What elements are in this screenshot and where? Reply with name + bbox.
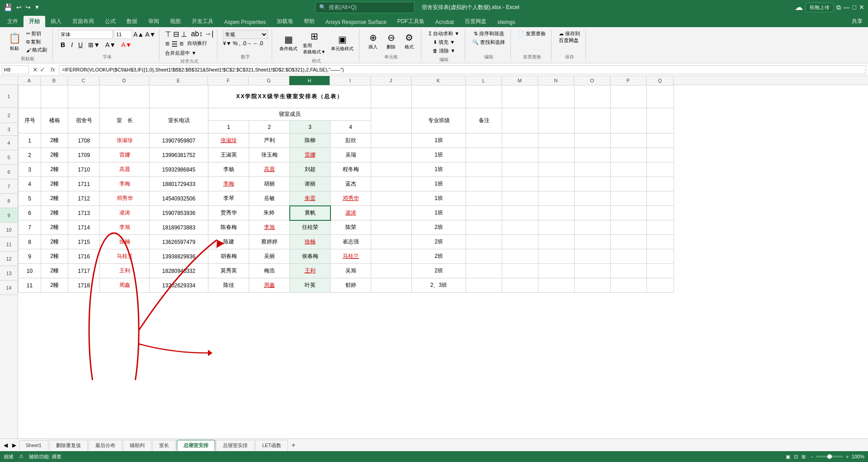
cell-h8[interactable]: 朱雷	[290, 191, 330, 206]
col-header-n[interactable]: N	[538, 76, 574, 85]
cell-q7[interactable]	[647, 177, 674, 191]
fill-button[interactable]: ⬇ 填充 ▼	[431, 38, 457, 46]
restore-icon[interactable]: ⧉	[836, 4, 841, 11]
comma-btn[interactable]: ,	[239, 40, 241, 47]
cell-d12[interactable]: 马桂兰	[100, 249, 150, 264]
cell-a9[interactable]: 6	[19, 206, 41, 220]
cell-i3[interactable]: 4	[330, 121, 371, 133]
cell-k13[interactable]: 2班	[412, 264, 466, 278]
tab-nav-right[interactable]: ▶	[10, 442, 18, 448]
cell-j10[interactable]	[371, 220, 412, 235]
col-header-h[interactable]: H	[289, 76, 330, 85]
border-button[interactable]: ⊞▼	[86, 41, 102, 49]
cell-p14[interactable]	[611, 278, 647, 293]
row-num-6[interactable]: 6	[0, 165, 18, 179]
cell-k10[interactable]: 2班	[412, 220, 466, 235]
cell-n8[interactable]	[538, 191, 575, 206]
add-sheet-button[interactable]: +	[289, 441, 298, 450]
cell-j5[interactable]	[371, 148, 412, 162]
cell-c2[interactable]: 宿舍号	[68, 108, 100, 133]
cell-c5[interactable]: 1709	[68, 148, 100, 162]
save-to-cloud-button[interactable]: ☁ 保存到百度网盘	[557, 30, 582, 44]
cell-a7[interactable]: 4	[19, 177, 41, 191]
cell-a4[interactable]: 1	[19, 133, 41, 148]
save-icon[interactable]: 💾	[4, 3, 13, 12]
cell-h3[interactable]: 3	[290, 121, 330, 133]
col-header-i[interactable]: I	[330, 76, 371, 85]
cell-c1[interactable]	[68, 86, 100, 108]
wrap-text-btn[interactable]: 自动换行	[187, 40, 207, 48]
cell-l10[interactable]	[466, 220, 502, 235]
cell-e7[interactable]: 18801729433	[150, 177, 208, 191]
cell-c13[interactable]: 1717	[68, 264, 100, 278]
undo-icon[interactable]: ↩	[16, 4, 22, 11]
cell-o7[interactable]	[575, 177, 611, 191]
cell-g9[interactable]: 朱帅	[249, 206, 290, 220]
cell-m11[interactable]	[502, 235, 538, 249]
cell-l9[interactable]	[466, 206, 502, 220]
cell-n4[interactable]	[538, 133, 575, 148]
cell-b7[interactable]: 2幢	[41, 177, 68, 191]
cell-j13[interactable]	[371, 264, 412, 278]
cell-d9[interactable]: 凌涛	[100, 206, 150, 220]
cell-e10[interactable]: 18189673883	[150, 220, 208, 235]
cell-m1[interactable]	[502, 86, 538, 108]
cell-f14[interactable]: 陈佳	[208, 278, 249, 293]
cell-c7[interactable]: 1711	[68, 177, 100, 191]
bold-button[interactable]: B	[58, 40, 67, 49]
cell-p4[interactable]	[611, 133, 647, 148]
cell-c4[interactable]: 1708	[68, 133, 100, 148]
cell-h7[interactable]: 谢丽	[290, 177, 330, 191]
cell-q2[interactable]	[647, 108, 674, 133]
cell-h12[interactable]: 侯春梅	[290, 249, 330, 264]
cell-h10[interactable]: 任桂荣	[290, 220, 330, 235]
col-header-b[interactable]: B	[41, 76, 68, 85]
cell-g4[interactable]: 严利	[249, 133, 290, 148]
cell-f12[interactable]: 胡春梅	[208, 249, 249, 264]
minimize-icon[interactable]: —	[844, 4, 850, 11]
cell-m4[interactable]	[502, 133, 538, 148]
cell-m12[interactable]	[502, 249, 538, 264]
format-cells-button[interactable]: ⚙ 格式	[401, 31, 417, 51]
sheet-tab-delete-dup[interactable]: 删除重复值	[49, 440, 88, 451]
merge-btn[interactable]: 合并后居中 ▼	[165, 50, 196, 56]
cell-f9[interactable]: 贾秀华	[208, 206, 249, 220]
cell-i7[interactable]: 蓝杰	[330, 177, 371, 191]
cell-d2[interactable]: 室 长	[100, 108, 150, 133]
cell-h6[interactable]: 刘超	[290, 162, 330, 177]
tab-help[interactable]: 帮助	[298, 16, 320, 27]
close-icon[interactable]: ✕	[859, 4, 864, 11]
cell-c10[interactable]: 1714	[68, 220, 100, 235]
cell-e13[interactable]: 18280940332	[150, 264, 208, 278]
cell-q14[interactable]	[647, 278, 674, 293]
cell-k2[interactable]: 专业班级	[412, 108, 466, 133]
confirm-formula-icon[interactable]: ✓	[40, 66, 45, 73]
cell-h14[interactable]: 叶英	[290, 278, 330, 293]
cell-m10[interactable]	[502, 220, 538, 235]
cell-q12[interactable]	[647, 249, 674, 264]
cell-g5[interactable]: 张玉梅	[249, 148, 290, 162]
cell-m8[interactable]	[502, 191, 538, 206]
cell-b10[interactable]: 2幢	[41, 220, 68, 235]
cell-m14[interactable]	[502, 278, 538, 293]
cell-f10[interactable]: 陈春梅	[208, 220, 249, 235]
cell-k8[interactable]: 1班	[412, 191, 466, 206]
italic-button[interactable]: I	[69, 41, 75, 49]
cell-l7[interactable]	[466, 177, 502, 191]
indent-increase-btn[interactable]: →|	[204, 30, 213, 38]
cell-l5[interactable]	[466, 148, 502, 162]
decimal-decrease-btn[interactable]: ←.0	[253, 40, 263, 47]
cell-f8[interactable]: 李琴	[208, 191, 249, 206]
cell-i5[interactable]: 吴瑞	[330, 148, 371, 162]
cell-n10[interactable]	[538, 220, 575, 235]
cell-f2[interactable]: 寝室成员	[208, 108, 371, 121]
cell-q10[interactable]	[647, 220, 674, 235]
align-center-btn[interactable]: ☰	[171, 40, 178, 48]
cell-e9[interactable]: 15907853936	[150, 206, 208, 220]
cell-o4[interactable]	[575, 133, 611, 148]
tab-xlwings[interactable]: xlwings	[492, 17, 520, 27]
cell-k14[interactable]: 2、3班	[412, 278, 466, 293]
cell-f7[interactable]: 李梅	[208, 177, 249, 191]
cell-l6[interactable]	[466, 162, 502, 177]
cell-m9[interactable]	[502, 206, 538, 220]
